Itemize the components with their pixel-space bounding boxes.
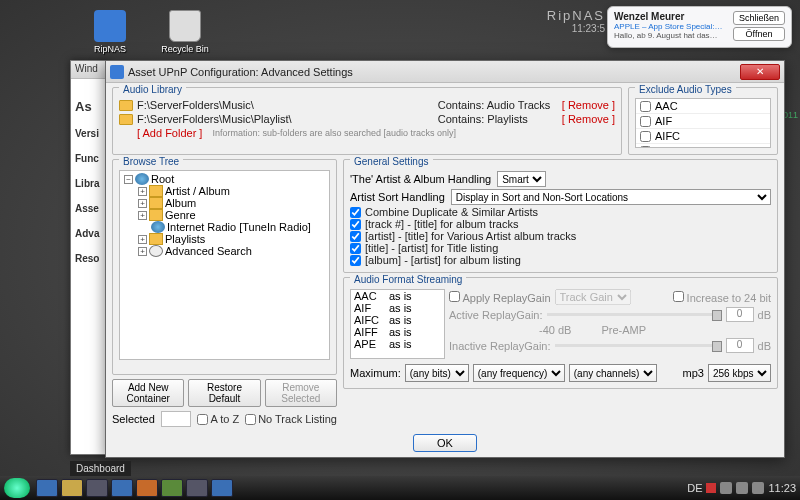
tree-item[interactable]: +Artist / Album bbox=[122, 185, 327, 197]
max-bits-select[interactable]: (any bits) bbox=[405, 364, 469, 382]
mp3-bitrate-select[interactable]: 256 kbps bbox=[708, 364, 771, 382]
exclude-checkbox[interactable] bbox=[640, 116, 651, 127]
dialog-titlebar[interactable]: Asset UPnP Configuration: Advanced Setti… bbox=[106, 61, 784, 83]
tray-icon[interactable] bbox=[736, 482, 748, 494]
taskbar-item[interactable] bbox=[111, 479, 133, 497]
group-legend: Browse Tree bbox=[119, 156, 183, 167]
tree-item[interactable]: +Advanced Search bbox=[122, 245, 327, 257]
start-button[interactable] bbox=[4, 478, 30, 498]
expand-icon[interactable]: + bbox=[138, 211, 147, 220]
db-unit: dB bbox=[758, 340, 771, 352]
library-row: F:\ServerFolders\Music\ Contains: Audio … bbox=[119, 98, 615, 112]
checkbox[interactable] bbox=[350, 207, 361, 218]
notrack-checkbox[interactable] bbox=[245, 414, 256, 425]
flag-icon[interactable] bbox=[706, 483, 716, 493]
remove-folder-link[interactable]: [ Remove ] bbox=[562, 113, 615, 125]
exclude-item[interactable]: AIF bbox=[636, 114, 770, 129]
taskbar-item[interactable] bbox=[36, 479, 58, 497]
apply-rg-checkbox[interactable] bbox=[449, 291, 460, 302]
expand-icon[interactable]: + bbox=[138, 247, 147, 256]
bg-heading: As bbox=[75, 99, 105, 114]
inactive-rg-value[interactable]: 0 bbox=[726, 338, 754, 353]
format-list[interactable]: AACas is AIFas is AIFCas is AIFFas is AP… bbox=[350, 289, 445, 359]
exclude-checkbox[interactable] bbox=[640, 146, 651, 149]
exclude-item[interactable]: AAC bbox=[636, 99, 770, 114]
browse-tree[interactable]: − Root +Artist / Album +Album +Genre Int… bbox=[119, 170, 330, 360]
expand-icon[interactable]: + bbox=[138, 187, 147, 196]
combine-dup-option[interactable]: Combine Duplicate & Similar Artists bbox=[350, 206, 771, 218]
selected-label: Selected bbox=[112, 413, 155, 425]
tree-root[interactable]: − Root bbox=[122, 173, 327, 185]
inactive-rg-slider[interactable] bbox=[555, 344, 722, 347]
checkbox[interactable] bbox=[350, 231, 361, 242]
expand-icon[interactable]: + bbox=[138, 235, 147, 244]
rg-mode-select[interactable]: Track Gain bbox=[555, 289, 631, 305]
taskbar-item[interactable] bbox=[161, 479, 183, 497]
volume-icon[interactable] bbox=[752, 482, 764, 494]
add-folder-link[interactable]: [ Add Folder ] bbox=[119, 127, 202, 139]
desktop-icon-recyclebin[interactable]: Recycle Bin bbox=[160, 10, 210, 54]
bg-item: Versi bbox=[75, 128, 105, 139]
exclude-item[interactable]: AIFF bbox=[636, 144, 770, 148]
albumartist-option[interactable]: [album] - [artist] for album listing bbox=[350, 254, 771, 266]
inc24-checkbox[interactable] bbox=[673, 291, 684, 302]
format-row[interactable]: AACas is bbox=[351, 290, 444, 302]
checkbox[interactable] bbox=[350, 243, 361, 254]
format-row[interactable]: AIFas is bbox=[351, 302, 444, 314]
system-tray[interactable]: DE 11:23 bbox=[687, 482, 796, 494]
remove-selected-button[interactable]: Remove Selected bbox=[265, 379, 337, 407]
collapse-icon[interactable]: − bbox=[124, 175, 133, 184]
increase-24bit-option[interactable]: Increase to 24 bit bbox=[673, 291, 771, 304]
taskbar-item[interactable] bbox=[211, 479, 233, 497]
language-indicator[interactable]: DE bbox=[687, 482, 702, 494]
taskbar-item[interactable] bbox=[86, 479, 108, 497]
taskbar-item[interactable] bbox=[61, 479, 83, 497]
tree-item[interactable]: +Genre bbox=[122, 209, 327, 221]
notrack-option[interactable]: No Track Listing bbox=[245, 413, 337, 425]
exclude-checkbox[interactable] bbox=[640, 101, 651, 112]
tree-label: Playlists bbox=[165, 233, 205, 245]
expand-icon[interactable]: + bbox=[138, 199, 147, 208]
taskbar-item[interactable] bbox=[136, 479, 158, 497]
taskbar-clock[interactable]: 11:23 bbox=[768, 482, 796, 494]
max-freq-select[interactable]: (any frequency) bbox=[473, 364, 565, 382]
notif-open-button[interactable]: Öffnen bbox=[733, 27, 785, 41]
taskbar-item[interactable] bbox=[186, 479, 208, 497]
va-option[interactable]: [artist] - [title] for Various Artist al… bbox=[350, 230, 771, 242]
library-path: F:\ServerFolders\Music\Playlist\ bbox=[137, 113, 434, 125]
checkbox[interactable] bbox=[350, 219, 361, 230]
add-container-button[interactable]: Add New Container bbox=[112, 379, 184, 407]
exclude-item[interactable]: AIFC bbox=[636, 129, 770, 144]
atoz-option[interactable]: A to Z bbox=[197, 413, 239, 425]
the-handling-select[interactable]: Smart bbox=[497, 171, 546, 187]
close-button[interactable]: ✕ bbox=[740, 64, 780, 80]
format-row[interactable]: APEas is bbox=[351, 338, 444, 350]
settings-dialog: Asset UPnP Configuration: Advanced Setti… bbox=[105, 60, 785, 458]
atoz-checkbox[interactable] bbox=[197, 414, 208, 425]
apply-replaygain-option[interactable]: Apply ReplayGain bbox=[449, 291, 551, 304]
max-channels-select[interactable]: (any channels) bbox=[569, 364, 657, 382]
taskbar[interactable]: DE 11:23 bbox=[0, 476, 800, 500]
tree-item[interactable]: +Album bbox=[122, 197, 327, 209]
titleartist-option[interactable]: [title] - [artist] for Title listing bbox=[350, 242, 771, 254]
ok-button[interactable]: OK bbox=[413, 434, 477, 452]
format-row[interactable]: AIFFas is bbox=[351, 326, 444, 338]
tray-icon[interactable] bbox=[720, 482, 732, 494]
dashboard-label[interactable]: Dashboard bbox=[70, 461, 131, 476]
restore-default-button[interactable]: Restore Default bbox=[188, 379, 260, 407]
tree-item[interactable]: +Playlists bbox=[122, 233, 327, 245]
active-rg-value[interactable]: 0 bbox=[726, 307, 754, 322]
sort-handling-select[interactable]: Display in Sort and Non-Sort Locations bbox=[451, 189, 771, 205]
checkbox[interactable] bbox=[350, 255, 361, 266]
db-unit: dB bbox=[758, 309, 771, 321]
selected-field[interactable] bbox=[161, 411, 192, 427]
format-row[interactable]: AIFCas is bbox=[351, 314, 444, 326]
desktop-icon-ripnas[interactable]: RipNAS bbox=[85, 10, 135, 54]
tree-item[interactable]: Internet Radio [TuneIn Radio] bbox=[122, 221, 327, 233]
exclude-list[interactable]: AAC AIF AIFC AIFF bbox=[635, 98, 771, 148]
tracknum-option[interactable]: [track #] - [title] for album tracks bbox=[350, 218, 771, 230]
notif-close-button[interactable]: Schließen bbox=[733, 11, 785, 25]
exclude-checkbox[interactable] bbox=[640, 131, 651, 142]
remove-folder-link[interactable]: [ Remove ] bbox=[562, 99, 615, 111]
active-rg-slider[interactable] bbox=[547, 313, 722, 316]
